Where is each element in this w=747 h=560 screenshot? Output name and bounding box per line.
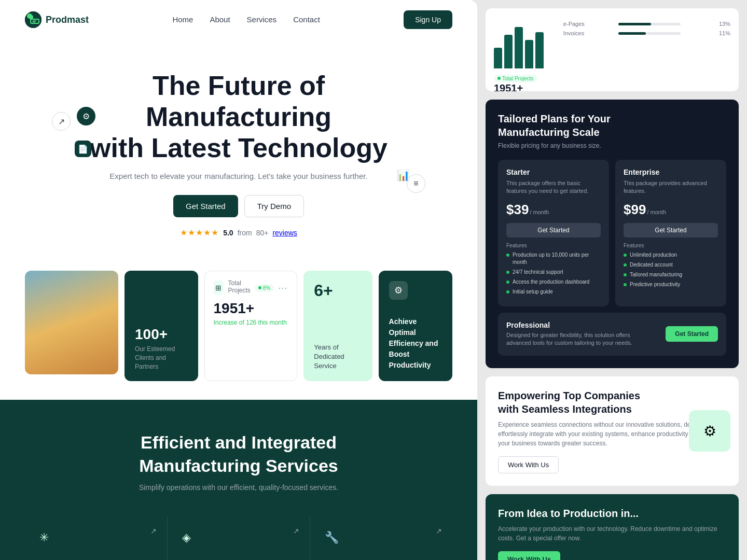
- nav-contact[interactable]: Contact: [293, 15, 320, 24]
- dashboard-total-badge: Total Projects: [494, 75, 537, 82]
- integrations-button[interactable]: Work With Us: [498, 456, 559, 473]
- service-icon-2: 🔧: [325, 531, 438, 544]
- service-icon-0: ✳: [39, 531, 153, 544]
- footer-title: From Idea to Production in...: [498, 507, 726, 520]
- float-chart-icon: 📊: [397, 169, 410, 181]
- clients-label: Our Esteemed Clients and Partners: [135, 345, 188, 371]
- float-settings-icon: ⚙: [77, 107, 95, 125]
- service-card-1: ◈ ↗ Custom Manufacturing Custom product …: [168, 516, 310, 560]
- hero-headline: The Future of Manufacturing with Latest …: [78, 71, 399, 163]
- professional-desc: Designed for greater flexibility, this s…: [506, 331, 652, 347]
- enterprise-features-label: Features: [624, 243, 718, 248]
- enterprise-period: / month: [647, 209, 666, 215]
- integrations-icon: ⚙: [703, 423, 716, 440]
- rating-reviews-link[interactable]: reviews: [272, 229, 297, 237]
- pricing-card-starter: Starter This package offers the basic fe…: [498, 160, 609, 306]
- efficiency-icon: ⚙: [389, 281, 408, 300]
- hero-image: [25, 271, 118, 374]
- footer-button[interactable]: Work With Us: [498, 551, 560, 560]
- try-demo-button[interactable]: Try Demo: [244, 195, 304, 217]
- signup-button[interactable]: Sign Up: [404, 10, 452, 29]
- services-section: Efficient and Integrated Manufacturing S…: [0, 400, 477, 560]
- dashboard-total-num: 1951+: [494, 82, 555, 92]
- service-arrow-0[interactable]: ↗: [150, 527, 157, 535]
- projects-menu-dots[interactable]: ⋯: [278, 282, 288, 293]
- starter-feature-2: Access the production dashboard: [506, 278, 601, 286]
- enterprise-desc: This package provides advanced features.: [624, 179, 718, 195]
- enterprise-feature-0: Unlimited production: [624, 251, 718, 259]
- integrations-visual: ⚙: [689, 410, 730, 452]
- years-stat-card: 6+ Years of Dedicated Service: [303, 271, 372, 381]
- enterprise-feature-3: Predictive productivity: [624, 281, 718, 288]
- enterprise-price: $99: [624, 202, 646, 218]
- dashboard-row-0: e-Pages 13%: [563, 21, 730, 27]
- projects-number: 1951+: [213, 300, 288, 317]
- enterprise-btn[interactable]: Get Started: [624, 223, 718, 237]
- efficiency-title: Achieve Optimal Efficiency and Boost Pro…: [389, 316, 442, 371]
- rating-score: 5.0: [223, 229, 233, 237]
- starter-feature-3: Initial setup guide: [506, 288, 601, 296]
- nav-about[interactable]: About: [210, 15, 230, 24]
- enterprise-feature-1: Dedicated account: [624, 261, 718, 269]
- enterprise-name: Enterprise: [624, 168, 718, 176]
- services-title: Efficient and Integrated Manufacturing S…: [25, 431, 452, 477]
- rating-stars: ★★★★★: [180, 228, 219, 237]
- services-subtitle: Simplify operations with our efficient, …: [25, 483, 452, 492]
- professional-btn[interactable]: Get Started: [666, 326, 718, 342]
- dashboard-row-1: Invoices 11%: [563, 30, 730, 36]
- nav-home[interactable]: Home: [172, 15, 193, 24]
- service-card-0: ✳ ↗ Production and Assembly Details on p…: [25, 516, 167, 560]
- right-dashboard-card: Total Projects 1951+ Increase of 126 thi…: [486, 8, 739, 91]
- svg-point-1: [29, 15, 33, 19]
- starter-price: $39: [506, 202, 529, 218]
- service-arrow-2[interactable]: ↗: [436, 527, 442, 535]
- mini-bar-chart: [494, 27, 555, 68]
- pricing-card-professional: Professional Designed for greater flexib…: [498, 313, 726, 356]
- rating-count: 80+: [256, 229, 269, 237]
- starter-desc: This package offers the basic features y…: [506, 179, 601, 195]
- projects-stat-card: ⊞ Total Projects 8% ⋯ 1951+ Increase of …: [204, 271, 297, 381]
- brand-name: Prodmast: [46, 15, 89, 25]
- starter-features-label: Features: [506, 243, 601, 248]
- services-grid: ✳ ↗ Production and Assembly Details on p…: [25, 516, 452, 560]
- projects-increase: Increase of 126 this month: [213, 319, 288, 326]
- svg-point-0: [25, 11, 42, 28]
- starter-btn[interactable]: Get Started: [506, 223, 601, 237]
- float-doc-icon: 📄: [75, 141, 91, 157]
- logo-icon: [25, 11, 42, 28]
- pricing-subtitle: Flexible pricing for any business size.: [498, 142, 726, 149]
- service-icon-1: ◈: [182, 531, 295, 544]
- starter-feature-0: Production up to 10,000 units per month: [506, 251, 601, 266]
- get-started-button[interactable]: Get Started: [173, 195, 238, 217]
- efficiency-stat-card: ⚙ Achieve Optimal Efficiency and Boost P…: [379, 271, 452, 381]
- clients-number: 100+: [135, 326, 188, 343]
- rating-prefix: from: [238, 229, 252, 237]
- nav-services[interactable]: Services: [247, 15, 277, 24]
- projects-badge: 8%: [255, 284, 274, 292]
- starter-feature-1: 24/7 technical support: [506, 269, 601, 276]
- service-card-2: 🔧 ↗ Quality Control Procedures and syste…: [310, 516, 452, 560]
- service-arrow-1[interactable]: ↗: [293, 527, 299, 535]
- pricing-card-enterprise: Enterprise This package provides advance…: [615, 160, 726, 306]
- years-number: 6+: [314, 281, 362, 300]
- starter-name: Starter: [506, 168, 601, 176]
- starter-period: / month: [530, 209, 549, 215]
- years-label: Years of Dedicated Service: [314, 343, 362, 371]
- hero-subtext: Expert tech to elevate your manufacturin…: [25, 172, 452, 180]
- footer-desc: Accelerate your production with our tech…: [498, 524, 726, 543]
- pricing-title: Tailored Plans for Your Manufacturing Sc…: [498, 112, 726, 139]
- right-pricing-panel: Tailored Plans for Your Manufacturing Sc…: [486, 100, 739, 368]
- clients-stat-card: 100+ Our Esteemed Clients and Partners: [125, 271, 198, 381]
- right-footer-panel: From Idea to Production in... Accelerate…: [486, 494, 739, 560]
- projects-icon: ⊞: [213, 281, 224, 295]
- professional-name: Professional: [506, 321, 652, 329]
- logo[interactable]: Prodmast: [25, 11, 89, 28]
- float-arrow-icon: ↗: [52, 112, 71, 131]
- enterprise-feature-2: Tailored manufacturing: [624, 271, 718, 278]
- projects-title: Total Projects: [228, 279, 254, 294]
- right-integrations-panel: Empowering Top Companies with Seamless I…: [486, 376, 739, 486]
